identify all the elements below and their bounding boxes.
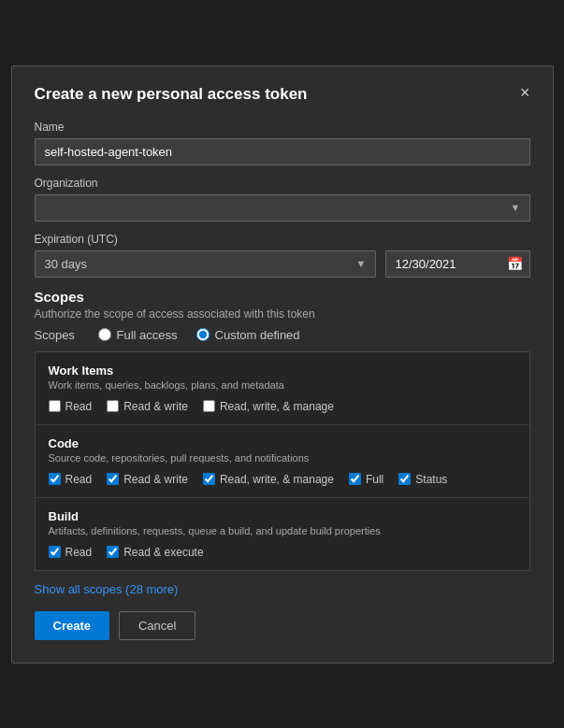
work-items-manage-checkbox[interactable] [203,400,215,412]
custom-defined-radio-label[interactable]: Custom defined [196,328,300,342]
expiration-select-wrapper: 30 days 60 days 90 days Custom ▼ [35,250,376,278]
code-manage-text: Read, write, & manage [220,473,334,486]
code-options: Read Read & write Read, write, & manage … [49,473,516,486]
build-options: Read Read & execute [49,546,516,559]
scopes-table-area: Work Items Work items, queries, backlogs… [35,351,530,571]
code-read-label[interactable]: Read [49,473,93,486]
work-items-readwrite-label[interactable]: Read & write [107,400,188,413]
code-readwrite-text: Read & write [123,473,188,486]
work-items-read-checkbox[interactable] [49,400,61,412]
org-label: Organization [35,177,530,190]
work-items-readwrite-checkbox[interactable] [107,400,119,412]
date-input[interactable] [385,250,530,278]
work-items-manage-text: Read, write, & manage [220,400,334,413]
work-items-section: Work Items Work items, queries, backlogs… [36,352,529,425]
build-execute-label[interactable]: Read & execute [107,546,203,559]
build-desc: Artifacts, definitions, requests, queue … [49,525,516,536]
name-field-group: Name [35,121,530,165]
work-items-read-label[interactable]: Read [49,400,93,413]
build-read-label[interactable]: Read [49,546,93,559]
work-items-manage-label[interactable]: Read, write, & manage [203,400,334,413]
full-access-radio-label[interactable]: Full access [98,328,178,342]
code-full-checkbox[interactable] [349,473,361,485]
expiration-row: 30 days 60 days 90 days Custom ▼ 📅 [35,250,530,278]
org-field-group: Organization ▼ [35,177,530,221]
close-button[interactable]: × [514,81,536,105]
build-title: Build [49,509,516,523]
work-items-options: Read Read & write Read, write, & manage [49,400,516,413]
build-read-text: Read [65,546,93,559]
work-items-title: Work Items [49,364,516,378]
work-items-desc: Work items, queries, backlogs, plans, an… [49,379,516,391]
org-select-wrapper: ▼ [35,194,530,221]
name-input[interactable] [35,138,530,165]
code-full-text: Full [366,473,383,486]
show-all-label: Show all scopes [35,582,123,596]
code-manage-checkbox[interactable] [203,473,215,485]
custom-defined-radio[interactable] [196,328,210,341]
custom-defined-label: Custom defined [215,328,300,342]
date-input-wrapper: 📅 [385,250,530,278]
dialog-title: Create a new personal access token [35,85,530,104]
work-items-readwrite-text: Read & write [123,400,188,413]
expiration-label: Expiration (UTC) [35,233,530,246]
build-execute-checkbox[interactable] [107,546,119,558]
code-title: Code [49,436,516,450]
work-items-read-text: Read [65,400,93,413]
scopes-section: Scopes Authorize the scope of access ass… [35,289,530,342]
code-read-checkbox[interactable] [49,473,61,485]
date-group: 📅 [385,250,530,278]
code-readwrite-label[interactable]: Read & write [107,473,188,486]
show-all-count: (28 more) [125,582,178,596]
code-full-label[interactable]: Full [349,473,383,486]
expiration-field-group: Expiration (UTC) 30 days 60 days 90 days… [35,233,530,278]
show-all-row: Show all scopes (28 more) [35,571,530,596]
full-access-label: Full access [117,328,178,342]
code-manage-label[interactable]: Read, write, & manage [203,473,334,486]
expiration-select[interactable]: 30 days 60 days 90 days Custom [35,250,376,278]
code-readwrite-checkbox[interactable] [107,473,119,485]
scopes-label: Scopes [35,328,80,342]
code-status-checkbox[interactable] [398,473,411,485]
scopes-desc: Authorize the scope of access associated… [35,307,530,321]
full-access-radio[interactable] [98,328,111,341]
code-read-text: Read [65,473,93,486]
build-read-checkbox[interactable] [49,546,61,558]
code-status-text: Status [415,473,447,486]
code-desc: Source code, repositories, pull requests… [49,452,516,464]
create-token-dialog: Create a new personal access token × Nam… [11,65,554,664]
scopes-radio-row: Scopes Full access Custom defined [35,328,530,342]
scopes-title: Scopes [35,289,530,305]
code-status-label[interactable]: Status [398,473,447,486]
build-section: Build Artifacts, definitions, requests, … [36,498,529,570]
name-label: Name [35,121,530,134]
org-select[interactable] [35,194,530,221]
actions-row: Create Cancel [35,611,530,640]
code-section: Code Source code, repositories, pull req… [36,425,529,498]
show-all-link[interactable]: Show all scopes (28 more) [35,582,179,596]
create-button[interactable]: Create [35,611,109,640]
build-execute-text: Read & execute [123,546,203,559]
expiration-select-group: 30 days 60 days 90 days Custom ▼ [35,250,376,278]
cancel-button[interactable]: Cancel [119,611,195,640]
